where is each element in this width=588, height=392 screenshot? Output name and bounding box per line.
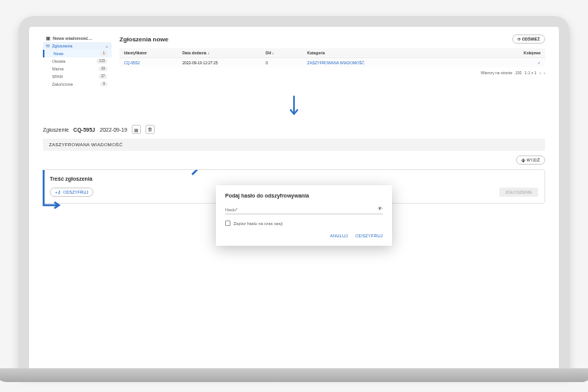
plus-icon: ▣: [46, 36, 51, 41]
row-dh: 0: [266, 60, 307, 65]
pagination: Wierszy na stronie 100 1-1 z 1 ‹ ›: [119, 70, 545, 75]
sidebar-item-label: SPAM: [52, 74, 63, 79]
sidebar-item-zakonczone[interactable]: Zakończone 9: [43, 80, 112, 88]
sidebar-item-wazne[interactable]: Ważne 19: [43, 65, 112, 73]
content-panel: Treść zgłoszenia +⚷ ODSZYFRUJ W ZGŁOSZEN…: [43, 169, 545, 204]
submit-button-disabled: ZGŁOSZENIE: [499, 188, 538, 197]
sidebar-category-label: Zgłoszenia: [52, 44, 73, 48]
list-title: Zgłoszenia nowe: [119, 36, 168, 43]
col-date[interactable]: Data dodania ↓: [182, 51, 266, 55]
flow-arrow-curved-icon: [39, 170, 207, 216]
sidebar: ▣ Nowa wiadomość… ✉ Zgłoszenia ⌄ Nowe 1 …: [43, 34, 112, 88]
row-category: ZASZYFROWANA WIADOMOŚĆ: [307, 60, 490, 65]
exit-label: WYJDŹ: [527, 158, 540, 162]
refresh-button[interactable]: ⟳ ODŚWIEŻ: [512, 34, 545, 44]
detail-id: CQ-595J: [74, 127, 95, 132]
sidebar-item-label: Ważne: [52, 67, 64, 71]
new-message-button[interactable]: ▣ Nowa wiadomość…: [43, 34, 112, 42]
pager-size[interactable]: 100: [515, 70, 521, 75]
pager-label: Wierszy na stronie: [481, 70, 512, 75]
remember-label: Zapisz hasło na czas sesji: [234, 221, 283, 226]
count-badge: 9: [100, 82, 107, 87]
dialog-cancel-button[interactable]: ANULUJ: [330, 234, 348, 238]
decrypt-dialog: Podaj hasło do odszyfrowywania 👁 Zapisz …: [216, 185, 392, 246]
refresh-icon: ⟳: [518, 37, 521, 41]
row-id-link[interactable]: CQ-95SJ: [124, 60, 182, 65]
col-status[interactable]: Kolejowe: [491, 51, 541, 55]
col-id[interactable]: Identyfikator: [124, 51, 182, 55]
exit-button[interactable]: ⏻ WYJDŹ: [516, 155, 545, 165]
sidebar-item-label: Otwarte: [52, 59, 66, 64]
col-category[interactable]: Kategoria: [307, 51, 490, 55]
sidebar-item-spam[interactable]: SPAM 37: [43, 73, 112, 80]
submissions-table: Identyfikator Data dodania ↓ DH ↓ Katego…: [119, 48, 545, 67]
detail-label: Zgłoszenie: [43, 127, 69, 132]
delete-icon[interactable]: 🗑: [145, 125, 155, 134]
pager-prev-icon[interactable]: ‹: [540, 70, 541, 75]
pager-range: 1-1 z 1: [524, 70, 536, 75]
laptop-frame: ▣ Nowa wiadomość… ✉ Zgłoszenia ⌄ Nowe 1 …: [18, 16, 570, 376]
calendar-icon[interactable]: ▦: [132, 125, 141, 134]
sidebar-item-nowe[interactable]: Nowe 1: [43, 50, 112, 57]
pager-next-icon[interactable]: ›: [544, 70, 545, 75]
row-date: 2022-09-19 12:27:25: [182, 60, 266, 65]
remember-checkbox[interactable]: Zapisz hasło na czas sesji: [225, 220, 383, 226]
dialog-confirm-button[interactable]: ODSZYFRUJ: [355, 234, 383, 238]
dialog-title: Podaj hasło do odszyfrowywania: [225, 193, 383, 198]
detail-date: 2022-09-19: [100, 127, 127, 132]
refresh-label: ODŚWIEŻ: [522, 37, 540, 41]
checkbox-icon: [225, 220, 230, 226]
app-screen: ▣ Nowa wiadomość… ✉ Zgłoszenia ⌄ Nowe 1 …: [29, 27, 559, 376]
sidebar-item-label: Nowe: [54, 51, 64, 56]
sidebar-item-label: Zakończone: [52, 82, 73, 87]
count-badge: 37: [99, 74, 107, 79]
count-badge: 19: [99, 67, 107, 71]
flow-arrow-down-icon: [43, 96, 545, 117]
new-message-label: Nowa wiadomość…: [53, 36, 93, 41]
password-input[interactable]: [225, 204, 383, 214]
row-action-icon[interactable]: ✓: [491, 60, 541, 65]
list-panel: Zgłoszenia nowe ⟳ ODŚWIEŻ Identyfikator …: [119, 34, 545, 88]
encrypted-banner: ZASZYFROWANA WIADOMOŚĆ: [43, 139, 545, 151]
eye-icon[interactable]: 👁: [377, 206, 383, 211]
inbox-icon: ✉: [46, 44, 50, 48]
table-header: Identyfikator Data dodania ↓ DH ↓ Katego…: [119, 48, 545, 57]
count-badge: 115: [96, 59, 107, 64]
exit-icon: ⏻: [521, 158, 525, 162]
chevron-down-icon: ⌄: [105, 44, 109, 48]
count-badge: 1: [100, 51, 107, 56]
col-dh[interactable]: DH ↓: [266, 51, 307, 55]
sidebar-category[interactable]: ✉ Zgłoszenia ⌄: [43, 42, 112, 50]
table-row[interactable]: CQ-95SJ 2022-09-19 12:27:25 0 ZASZYFROWA…: [119, 57, 545, 67]
detail-header: Zgłoszenie CQ-595J 2022-09-19 ▦ 🗑: [43, 125, 545, 134]
sidebar-item-otwarte[interactable]: Otwarte 115: [43, 57, 112, 65]
